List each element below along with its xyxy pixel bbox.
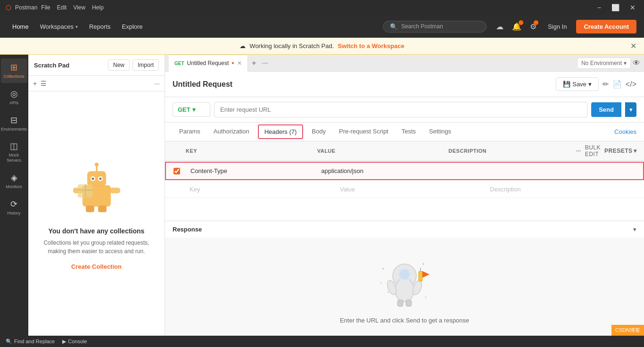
sidebar-item-monitors[interactable]: ◈ Monitors: [1, 169, 27, 193]
panel-actions: New Import: [108, 59, 159, 71]
svg-point-29: [425, 296, 427, 297]
headers-count: (7): [288, 128, 297, 135]
search-placeholder: Search Postman: [401, 23, 443, 30]
env-dropdown[interactable]: No Environment ▾: [577, 58, 631, 69]
tab-method-badge: GET: [174, 61, 184, 66]
tab-close-icon[interactable]: ✕: [237, 60, 242, 66]
banner-close-button[interactable]: ✕: [630, 41, 636, 50]
method-selector[interactable]: GET ▾: [173, 102, 210, 117]
sidebar-item-apis[interactable]: ◎ APIs: [1, 85, 27, 109]
cloud-icon-btn[interactable]: ☁: [494, 20, 505, 33]
response-chevron-icon: ▾: [633, 226, 636, 233]
tab-headers[interactable]: Headers (7): [258, 124, 304, 139]
row-key-cell[interactable]: Content-Type: [187, 165, 317, 176]
create-account-button[interactable]: Create Account: [576, 20, 636, 33]
send-dropdown-button[interactable]: ▾: [625, 102, 636, 117]
svg-rect-25: [406, 300, 412, 306]
sign-in-button[interactable]: Sign In: [543, 20, 571, 33]
nav-workspaces[interactable]: Workspaces ▾: [35, 20, 83, 33]
headers-table: KEY VALUE DESCRIPTION ··· Bulk Edit Pres…: [165, 141, 644, 221]
tab-settings[interactable]: Settings: [422, 123, 458, 140]
table-empty-row: Key Value Description: [165, 181, 644, 198]
empty-key-cell[interactable]: Key: [186, 184, 336, 195]
tab-tests[interactable]: Tests: [395, 123, 422, 140]
row-desc-cell[interactable]: [448, 169, 579, 173]
import-button[interactable]: Import: [132, 59, 159, 71]
save-icon: 💾: [563, 81, 570, 88]
empty-desc: Collections let you group related reques…: [43, 239, 149, 256]
svg-point-4: [91, 178, 94, 180]
workspaces-chevron-icon: ▾: [75, 24, 78, 29]
sidebar-item-history[interactable]: ⟳ History: [1, 195, 27, 220]
nav-explore[interactable]: Explore: [117, 20, 148, 33]
new-button[interactable]: New: [108, 59, 130, 71]
request-tab[interactable]: GET Untitled Request • ✕: [169, 55, 248, 72]
collections-icon: ⊞: [10, 62, 17, 73]
sidebar-label-monitors: Monitors: [6, 184, 22, 190]
edit-icon[interactable]: ✏: [603, 80, 609, 89]
main-container: ⊞ Collections ◎ APIs ⊟ Environments ◫ Mo…: [0, 55, 644, 336]
menu-view[interactable]: View: [73, 4, 85, 11]
row-checkbox[interactable]: [173, 168, 180, 174]
more-options-icon[interactable]: ···: [154, 80, 160, 87]
bulk-edit-button[interactable]: Bulk Edit: [585, 144, 601, 157]
title-bar-left: ⬡ Postman File Edit View Help: [6, 4, 104, 11]
svg-point-7: [95, 163, 99, 166]
svg-rect-21: [419, 271, 422, 281]
row-value-cell[interactable]: application/json: [317, 165, 448, 176]
notification-badge: [519, 20, 523, 25]
close-button[interactable]: ✕: [627, 3, 638, 12]
tab-body[interactable]: Body: [305, 123, 332, 140]
tab-authorization[interactable]: Authorization: [207, 123, 256, 140]
presets-label: Presets: [604, 148, 633, 154]
create-collection-link[interactable]: Create Collection: [71, 263, 122, 270]
menu-file[interactable]: File: [41, 4, 50, 11]
empty-desc-cell[interactable]: Description: [486, 184, 636, 195]
key-column-header: KEY: [186, 148, 317, 154]
tab-params[interactable]: Params: [173, 123, 207, 140]
more-tabs-icon[interactable]: ···: [260, 58, 270, 68]
send-button[interactable]: Send: [591, 102, 621, 117]
search-icon: 🔍: [390, 23, 397, 30]
url-input[interactable]: [214, 102, 587, 117]
save-button[interactable]: 💾 Save ▾: [556, 77, 599, 91]
description-icon[interactable]: 📄: [612, 80, 622, 89]
notifications-btn[interactable]: 🔔: [510, 20, 523, 33]
more-actions-icon[interactable]: ···: [576, 148, 581, 154]
main-nav: Home Workspaces ▾ Reports Explore: [8, 20, 375, 33]
list-icon[interactable]: ☰: [41, 80, 47, 87]
collections-panel: Scratch Pad New Import + ☰ ···: [28, 55, 165, 336]
sidebar-item-mock-servers[interactable]: ◫ Mock Servers: [1, 137, 27, 167]
panel-toolbar: + ☰ ···: [28, 76, 165, 91]
toolbar-icons: + ☰: [33, 80, 47, 87]
sidebar-item-collections[interactable]: ⊞ Collections: [1, 58, 27, 83]
save-chevron-icon: ▾: [588, 81, 592, 88]
add-tab-icon[interactable]: +: [250, 58, 258, 68]
env-eye-icon[interactable]: 👁: [633, 59, 640, 67]
nav-home[interactable]: Home: [8, 20, 33, 33]
cookies-link[interactable]: Cookies: [614, 128, 636, 135]
request-header: Untitled Request 💾 Save ▾ ✏ 📄 </>: [165, 72, 644, 97]
url-bar: GET ▾ Send ▾: [165, 97, 644, 123]
presets-button[interactable]: Presets ▾: [604, 148, 636, 154]
app-title: Postman: [15, 4, 37, 11]
sidebar-item-environments[interactable]: ⊟ Environments: [1, 111, 27, 136]
code-icon[interactable]: </>: [626, 80, 636, 89]
settings-btn[interactable]: ⚙: [528, 20, 538, 33]
menu-edit[interactable]: Edit: [57, 4, 67, 11]
switch-workspace-link[interactable]: Switch to a Workspace: [338, 42, 404, 50]
tab-pre-request[interactable]: Pre-request Script: [332, 123, 395, 140]
add-collection-icon[interactable]: +: [33, 80, 37, 87]
empty-value-cell[interactable]: Value: [336, 184, 487, 195]
desc-column-header: DESCRIPTION: [448, 148, 580, 154]
table-row: Content-Type application/json: [165, 162, 644, 180]
nav-reports[interactable]: Reports: [84, 20, 116, 33]
response-section-header[interactable]: Response ▾: [165, 221, 644, 238]
svg-rect-1: [87, 171, 106, 186]
app-header: Home Workspaces ▾ Reports Explore 🔍 Sear…: [0, 15, 644, 38]
maximize-button[interactable]: ⬜: [609, 3, 622, 12]
search-bar[interactable]: 🔍 Search Postman: [383, 21, 487, 33]
minimize-button[interactable]: −: [594, 3, 604, 12]
env-chevron-icon: ▾: [624, 60, 627, 66]
menu-help[interactable]: Help: [92, 4, 104, 11]
